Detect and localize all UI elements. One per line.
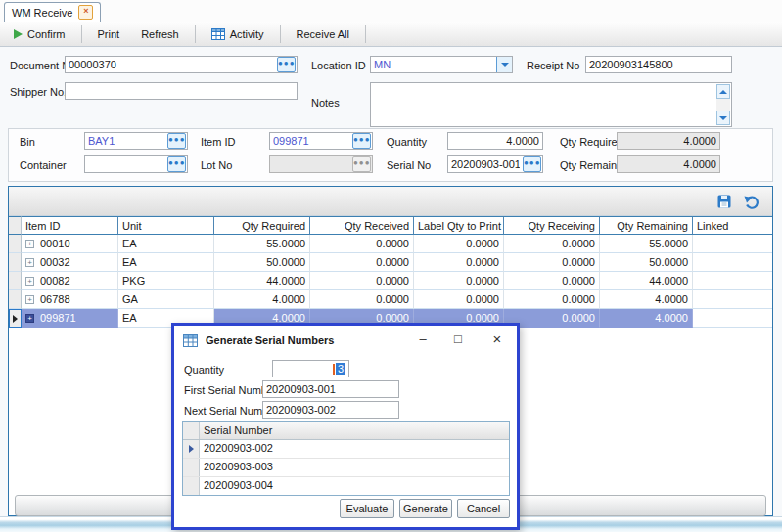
column-header-qty-received[interactable]: Qty Received — [310, 216, 414, 235]
activity-button[interactable]: Activity — [206, 25, 270, 43]
expand-icon[interactable]: + — [25, 277, 34, 286]
cell-item-id[interactable]: +00032 — [22, 253, 118, 272]
cell-qty-receiving[interactable]: 0.0000 — [504, 253, 600, 272]
expand-icon[interactable]: + — [25, 314, 34, 323]
column-header-item-id[interactable]: Item ID — [22, 216, 118, 235]
cell-linked[interactable] — [693, 272, 772, 290]
row-selector[interactable] — [9, 253, 22, 272]
location-id-input[interactable] — [371, 58, 496, 71]
cell-item-id[interactable]: +00010 — [22, 235, 118, 253]
receive-all-button[interactable]: Receive All — [291, 25, 355, 43]
column-header-label-qty[interactable]: Label Qty to Print — [414, 216, 504, 235]
cell-qty-received[interactable]: 0.0000 — [310, 235, 414, 253]
confirm-button[interactable]: Confirm — [8, 25, 71, 43]
cell-label-qty[interactable]: 0.0000 — [414, 290, 504, 309]
refresh-button[interactable]: Refresh — [135, 25, 185, 43]
cell-qty-receiving[interactable]: 0.0000 — [504, 272, 600, 290]
serial-row[interactable]: 20200903-003 — [183, 459, 509, 477]
shipper-no-input[interactable] — [66, 84, 297, 98]
column-header-qty-receiving[interactable]: Qty Receiving — [504, 216, 600, 235]
scroll-down-button[interactable] — [716, 111, 730, 125]
receipt-no-input[interactable] — [586, 58, 731, 71]
cell-qty-received[interactable]: 0.0000 — [310, 253, 414, 272]
column-header-qty-required[interactable]: Qty Required — [214, 216, 310, 235]
column-header-linked[interactable]: Linked — [693, 216, 772, 235]
cell-linked[interactable] — [693, 253, 772, 272]
location-id-dropdown-button[interactable] — [496, 57, 512, 72]
expand-icon[interactable]: + — [25, 258, 34, 267]
column-header-qty-remaining[interactable]: Qty Remaining — [600, 216, 693, 235]
item-id-input[interactable] — [270, 134, 352, 148]
evaluate-button[interactable]: Evaluate — [340, 499, 394, 518]
serial-no-input[interactable] — [448, 157, 523, 171]
table-row[interactable]: +00010 EA 55.0000 0.0000 0.0000 0.0000 5… — [9, 235, 772, 253]
cell-item-id[interactable]: +06788 — [22, 290, 118, 309]
cell-label-qty[interactable]: 0.0000 — [414, 272, 504, 290]
column-header-unit[interactable]: Unit — [118, 216, 214, 235]
container-input[interactable] — [85, 157, 167, 171]
cell-linked[interactable] — [693, 309, 772, 328]
save-icon[interactable] — [716, 194, 732, 209]
expand-icon[interactable]: + — [25, 295, 34, 304]
cell-label-qty[interactable]: 0.0000 — [414, 235, 504, 253]
scroll-up-button[interactable] — [716, 84, 730, 99]
minimize-button[interactable]: – — [409, 328, 437, 351]
cell-qty-remaining[interactable]: 55.0000 — [600, 235, 693, 253]
table-row[interactable]: +00032 EA 50.0000 0.0000 0.0000 0.0000 5… — [9, 253, 772, 272]
table-row[interactable]: +06788 GA 4.0000 0.0000 0.0000 0.0000 4.… — [9, 290, 772, 309]
cell-qty-received[interactable]: 0.0000 — [310, 290, 414, 309]
cell-label-qty[interactable]: 0.0000 — [414, 253, 504, 272]
close-button[interactable]: × — [483, 328, 511, 351]
cell-linked[interactable] — [693, 235, 772, 253]
cell-qty-receiving[interactable]: 0.0000 — [504, 235, 600, 253]
undo-icon[interactable] — [744, 194, 760, 209]
serial-no-lookup-icon[interactable]: ●●● — [523, 156, 541, 172]
cell-unit[interactable]: PKG — [118, 272, 214, 290]
row-selector[interactable] — [9, 235, 22, 253]
maximize-button[interactable]: □ — [444, 328, 472, 351]
bin-lookup-icon[interactable]: ●●● — [167, 133, 186, 149]
cancel-button[interactable]: Cancel — [457, 499, 510, 518]
cell-unit[interactable]: EA — [118, 235, 214, 253]
cell-qty-required[interactable]: 50.0000 — [214, 253, 310, 272]
expand-icon[interactable]: + — [25, 240, 34, 248]
tab-close-icon[interactable]: × — [78, 5, 93, 20]
notes-scrollbar[interactable] — [716, 84, 730, 125]
cell-qty-remaining[interactable]: 4.0000 — [600, 309, 693, 328]
serial-column-header[interactable]: Serial Number — [200, 422, 509, 439]
cell-item-id[interactable]: +00082 — [22, 272, 118, 290]
cell-linked[interactable] — [693, 290, 772, 309]
cell-qty-required[interactable]: 44.0000 — [214, 272, 310, 290]
quantity-input[interactable] — [448, 134, 542, 148]
notes-textarea[interactable] — [370, 82, 732, 127]
bin-input[interactable] — [85, 134, 167, 148]
row-selector[interactable] — [9, 272, 22, 290]
dialog-quantity-field[interactable]: 3 — [272, 360, 349, 377]
cell-unit[interactable]: EA — [118, 253, 214, 272]
table-row[interactable]: +00082 PKG 44.0000 0.0000 0.0000 0.0000 … — [9, 272, 772, 290]
first-serial-field[interactable]: 20200903-001 — [262, 380, 399, 398]
row-selector[interactable] — [9, 290, 22, 309]
serial-row[interactable]: 20200903-004 — [183, 477, 509, 495]
print-button[interactable]: Print — [92, 25, 126, 43]
serial-row[interactable]: 20200903-002 — [183, 440, 509, 459]
document-no-input[interactable] — [66, 58, 277, 71]
container-lookup-icon[interactable]: ●●● — [167, 156, 186, 172]
serial-row-selector[interactable] — [183, 477, 200, 495]
cell-qty-remaining[interactable]: 44.0000 — [600, 272, 693, 290]
cell-unit[interactable]: GA — [118, 290, 214, 309]
document-no-lookup-icon[interactable]: ●●● — [277, 57, 296, 72]
cell-qty-receiving[interactable]: 0.0000 — [504, 290, 600, 309]
cell-item-id[interactable]: +099871 — [22, 309, 118, 328]
cell-qty-required[interactable]: 4.0000 — [214, 290, 310, 309]
generate-button[interactable]: Generate — [399, 499, 452, 518]
cell-qty-required[interactable]: 55.0000 — [214, 235, 310, 253]
next-serial-field[interactable]: 20200903-002 — [262, 401, 399, 419]
item-id-lookup-icon[interactable]: ●●● — [352, 133, 371, 149]
cell-qty-remaining[interactable]: 4.0000 — [600, 290, 693, 309]
cell-qty-received[interactable]: 0.0000 — [310, 272, 414, 290]
serial-row-selector-current[interactable] — [183, 440, 200, 458]
tab-wm-receive[interactable]: WM Receive × — [4, 2, 101, 22]
cell-qty-remaining[interactable]: 50.0000 — [600, 253, 693, 272]
serial-row-selector[interactable] — [183, 459, 200, 476]
